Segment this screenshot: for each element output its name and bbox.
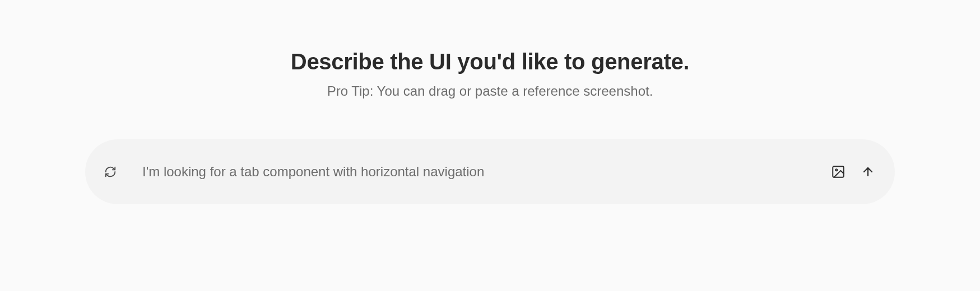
refresh-button[interactable] — [104, 166, 117, 178]
arrow-up-icon — [861, 165, 875, 179]
input-right-controls — [831, 165, 875, 179]
pro-tip-text: Pro Tip: You can drag or paste a referen… — [327, 83, 653, 99]
submit-button[interactable] — [861, 165, 875, 179]
page-title: Describe the UI you'd like to generate. — [291, 49, 689, 74]
image-upload-button[interactable] — [831, 165, 846, 179]
refresh-icon — [104, 166, 117, 178]
prompt-input[interactable] — [142, 164, 831, 180]
svg-point-1 — [835, 169, 837, 171]
prompt-bar — [85, 139, 895, 204]
image-icon — [831, 165, 846, 179]
